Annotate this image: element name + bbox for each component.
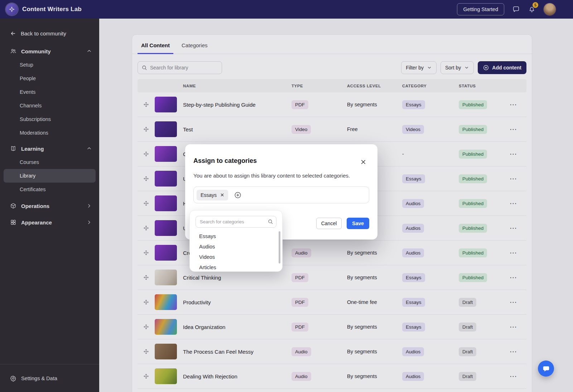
category-search-input[interactable]: [196, 216, 276, 228]
remove-chip-icon[interactable]: [220, 193, 224, 197]
modal-description: You are about to assign this library con…: [193, 173, 369, 179]
modal-title: Assign to categories: [193, 157, 369, 165]
chat-bubble-icon: [542, 365, 550, 373]
selected-categories-field[interactable]: Essays: [193, 187, 369, 203]
add-category-button[interactable]: [234, 191, 242, 199]
categories-dropdown: EssaysAudiosVideosArticles: [189, 210, 283, 272]
category-chip: Essays: [197, 190, 228, 200]
category-option-essays[interactable]: Essays: [190, 231, 282, 242]
chip-label: Essays: [201, 192, 217, 198]
category-option-audios[interactable]: Audios: [190, 242, 282, 252]
close-icon[interactable]: [360, 159, 367, 165]
search-icon: [268, 219, 273, 224]
dropdown-scrollbar[interactable]: [279, 231, 280, 263]
category-options: EssaysAudiosVideosArticles: [190, 231, 282, 272]
save-button[interactable]: Save: [347, 218, 369, 229]
category-search: [196, 216, 276, 228]
chat-launcher-button[interactable]: [538, 360, 554, 377]
category-option-articles[interactable]: Articles: [190, 262, 282, 272]
category-option-videos[interactable]: Videos: [190, 252, 282, 262]
cancel-button[interactable]: Cancel: [316, 218, 342, 229]
